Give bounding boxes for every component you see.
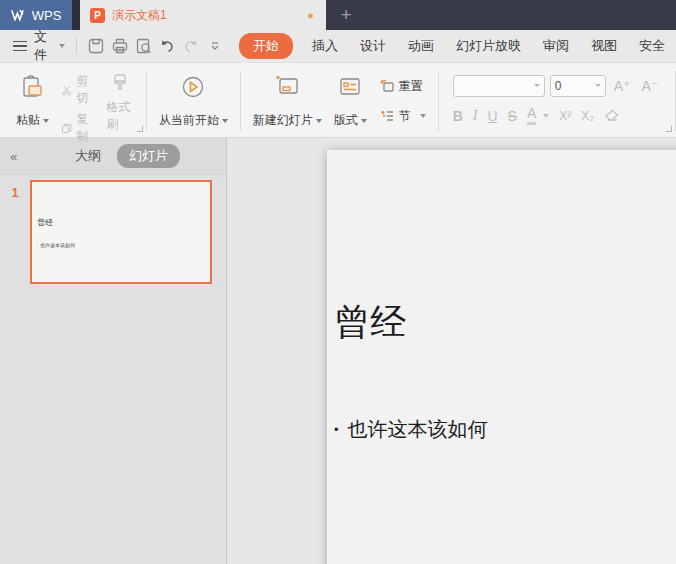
- font-group: 0 A⁺ A⁻ B I U S A X² X₂: [439, 67, 675, 135]
- slides-panel: « 大纲 幻灯片 1 曾经 · 也许这本该如何: [0, 138, 227, 564]
- document-tab[interactable]: P 演示文稿1 ●: [80, 0, 326, 30]
- reset-button[interactable]: 重置: [375, 76, 430, 97]
- undo-button[interactable]: [155, 35, 179, 57]
- panel-tabs: 大纲 幻灯片: [17, 144, 226, 168]
- titlebar: WPS P 演示文稿1 ● +: [0, 0, 676, 30]
- slide-title-text[interactable]: 曾经: [334, 298, 406, 347]
- more-commands-icon: [209, 40, 221, 52]
- undo-icon: [158, 37, 176, 55]
- superscript-button: X²: [559, 110, 571, 122]
- tab-slideshow[interactable]: 幻灯片放映: [445, 33, 532, 59]
- reset-label: 重置: [399, 78, 423, 95]
- tab-home[interactable]: 开始: [239, 33, 293, 59]
- layout-label: 版式: [334, 112, 358, 129]
- save-icon: [87, 37, 105, 55]
- font-color-label: A: [527, 106, 536, 125]
- section-icon: [379, 108, 395, 124]
- save-button[interactable]: [84, 35, 108, 57]
- clipboard-dialog-launcher[interactable]: [137, 126, 143, 132]
- print-preview-icon: [135, 37, 153, 55]
- chevron-down-icon: [543, 114, 549, 118]
- file-menu-button[interactable]: 文件: [0, 28, 65, 64]
- tab-security[interactable]: 安全: [628, 33, 676, 59]
- paste-label: 粘贴: [16, 112, 40, 129]
- layout-button[interactable]: 版式: [328, 67, 373, 135]
- new-tab-button[interactable]: +: [326, 0, 366, 30]
- format-painter-label: 格式刷: [106, 99, 134, 133]
- slide-bullet-text: 也许这本该如何: [348, 416, 488, 443]
- presentation-file-icon: P: [90, 8, 105, 23]
- hamburger-icon: [13, 41, 27, 52]
- current-slide[interactable]: 曾经 • 也许这本该如何: [327, 150, 676, 564]
- bold-button: B: [453, 109, 463, 123]
- clipboard-group: 粘贴 剪切 复制: [4, 67, 146, 135]
- print-preview-button[interactable]: [132, 35, 156, 57]
- copy-button: 复制: [57, 109, 98, 147]
- print-button[interactable]: [108, 35, 132, 57]
- chevron-down-icon: [595, 84, 601, 87]
- wps-home-button[interactable]: WPS: [0, 0, 72, 30]
- play-from-current-button[interactable]: 从当前开始: [153, 67, 234, 135]
- cut-button: 剪切: [57, 71, 98, 109]
- wps-presentation-window: WPS P 演示文稿1 ● + 文件: [0, 0, 676, 564]
- unsaved-indicator-dot: ●: [307, 9, 314, 21]
- redo-button: [179, 35, 203, 57]
- italic-button: I: [473, 109, 478, 123]
- scissors-icon: [61, 83, 72, 98]
- thumbnail-bullet-text: · 也许这本该如何: [37, 242, 75, 248]
- font-name-combobox[interactable]: [453, 75, 545, 97]
- copy-label: 复制: [76, 111, 94, 145]
- file-menu-label: 文件: [34, 28, 54, 64]
- font-size-combobox[interactable]: 0: [550, 75, 606, 97]
- collapse-panel-button[interactable]: «: [10, 149, 17, 164]
- slide-canvas: 曾经 • 也许这本该如何: [227, 138, 676, 564]
- new-slide-button[interactable]: 新建幻灯片: [247, 67, 328, 135]
- ribbon-tab-strip: 开始 插入 设计 动画 幻灯片放映 审阅 视图 安全: [239, 33, 676, 59]
- menubar: 文件: [0, 30, 676, 62]
- bullet-glyph: •: [334, 422, 339, 437]
- quick-toolbar-more-button[interactable]: [203, 35, 227, 57]
- new-slide-icon: [272, 74, 302, 100]
- font-size-value: 0: [555, 79, 562, 93]
- font-dialog-launcher[interactable]: [666, 126, 672, 132]
- slide-thumbnail-row: 1 曾经 · 也许这本该如何: [0, 180, 226, 284]
- from-current-label: 从当前开始: [159, 112, 219, 129]
- underline-button: U: [487, 109, 497, 123]
- outline-tab[interactable]: 大纲: [63, 144, 113, 168]
- tab-design[interactable]: 设计: [349, 33, 397, 59]
- new-slide-label: 新建幻灯片: [253, 112, 313, 129]
- chevron-down-icon: [43, 119, 49, 123]
- section-button[interactable]: 节: [375, 106, 430, 127]
- slide-1-thumbnail[interactable]: 曾经 · 也许这本该如何: [30, 180, 212, 284]
- chevron-down-icon: [361, 119, 367, 123]
- tab-insert[interactable]: 插入: [301, 33, 349, 59]
- wps-logo-icon: [11, 9, 27, 21]
- chevron-down-icon: [420, 114, 426, 118]
- slide-bullet-item[interactable]: • 也许这本该如何: [334, 416, 488, 443]
- section-label: 节: [399, 108, 411, 125]
- reset-icon: [379, 78, 395, 94]
- tab-animation[interactable]: 动画: [397, 33, 445, 59]
- chevron-down-icon: [222, 119, 228, 123]
- paste-button[interactable]: 粘贴: [10, 67, 55, 135]
- clear-format-eraser-icon: [604, 109, 620, 123]
- increase-font-button: A⁺: [611, 78, 634, 94]
- subscript-button: X₂: [581, 110, 594, 122]
- paste-clipboard-icon: [20, 74, 46, 100]
- slides-group: 新建幻灯片 版式: [241, 67, 438, 135]
- slideshow-group: 从当前开始: [147, 67, 240, 135]
- slides-panel-header: « 大纲 幻灯片: [0, 138, 226, 175]
- strikethrough-button: S: [508, 109, 517, 123]
- format-painter-button: 格式刷: [102, 71, 138, 135]
- tab-review[interactable]: 审阅: [532, 33, 580, 59]
- chevron-down-icon: [534, 84, 540, 87]
- slides-tab[interactable]: 幻灯片: [117, 144, 180, 168]
- titlebar-gap: [72, 0, 80, 30]
- cut-label: 剪切: [76, 73, 94, 107]
- tab-view[interactable]: 视图: [580, 33, 628, 59]
- decrease-font-button: A⁻: [638, 78, 661, 94]
- document-tab-title: 演示文稿1: [112, 7, 300, 24]
- menubar-divider: [76, 38, 77, 54]
- ribbon: 粘贴 剪切 复制: [0, 62, 676, 138]
- slide-thumbnail-list: 1 曾经 · 也许这本该如何: [0, 175, 226, 564]
